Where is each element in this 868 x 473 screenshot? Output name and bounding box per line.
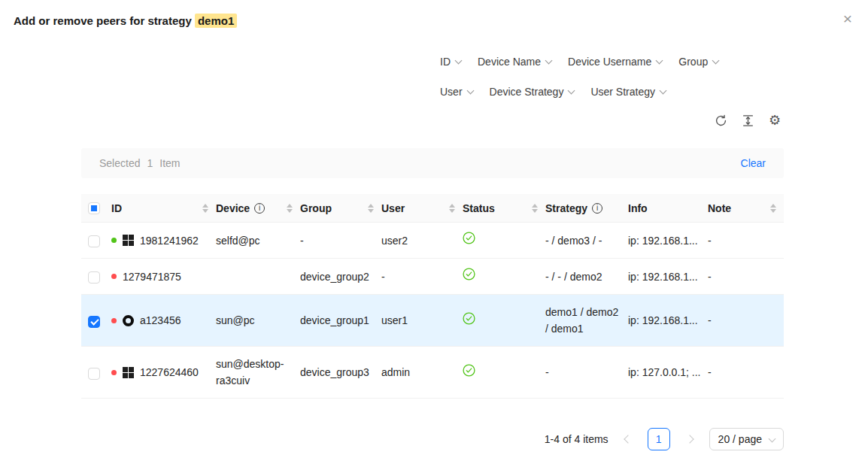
- filter-user-strategy[interactable]: User Strategy: [590, 86, 666, 98]
- filter-label: Device Strategy: [490, 86, 564, 98]
- chevron-down-icon: [466, 86, 474, 94]
- header-label: Note: [708, 202, 731, 214]
- peer-id: 1279471875: [123, 268, 181, 285]
- row-height-icon[interactable]: [740, 112, 755, 129]
- filter-device-strategy[interactable]: Device Strategy: [490, 86, 575, 98]
- note-cell: -: [708, 259, 784, 295]
- filter-device-name[interactable]: Device Name: [478, 56, 551, 68]
- filter-label: Device Username: [568, 56, 651, 68]
- device-cell: sun@desktop-ra3cuiv: [216, 347, 300, 399]
- offline-status-dot: [111, 274, 117, 279]
- strategy-cell: - / demo3 / -: [545, 223, 628, 259]
- header-label: ID: [111, 202, 122, 214]
- prev-page-icon[interactable]: [618, 428, 638, 450]
- chevron-down-icon: [660, 86, 667, 94]
- chevron-down-icon: [769, 435, 776, 442]
- offline-status-dot: [111, 318, 117, 323]
- filter-row-1: ID Device Name Device Username Group: [440, 47, 718, 77]
- strategy-name-highlight: demo1: [195, 14, 237, 28]
- status-online-icon: [463, 268, 475, 280]
- table-row[interactable]: 1227624460 sun@desktop-ra3cuiv device_gr…: [81, 347, 784, 399]
- note-cell: -: [708, 295, 784, 347]
- info-cell: ip: 127.0.0.1; ...: [628, 347, 708, 399]
- header-device[interactable]: Device i: [216, 194, 300, 223]
- header-user[interactable]: User: [381, 194, 463, 223]
- settings-gear-icon[interactable]: ⚙: [767, 112, 782, 129]
- page-size-select[interactable]: 20 / page: [709, 428, 784, 450]
- table-row[interactable]: 1981241962 selfd@pc - user2 - / demo3 / …: [81, 223, 784, 259]
- user-cell: -: [381, 259, 463, 295]
- sort-icon[interactable]: [368, 204, 374, 213]
- filter-label: User Strategy: [590, 86, 655, 98]
- info-circle-icon[interactable]: i: [254, 203, 265, 214]
- filter-label: ID: [440, 56, 451, 68]
- refresh-icon[interactable]: [713, 112, 728, 129]
- strategy-cell: -: [545, 347, 628, 399]
- sort-icon[interactable]: [287, 204, 293, 213]
- pagination-total: 1-4 of 4 items: [545, 433, 609, 445]
- header-note[interactable]: Note: [708, 194, 784, 223]
- selection-unit: Item: [159, 157, 180, 169]
- header-label: Info: [628, 202, 648, 214]
- filter-panel: ID Device Name Device Username Group Use…: [440, 47, 718, 107]
- filter-label: User: [440, 86, 463, 98]
- header-status[interactable]: Status: [463, 194, 545, 223]
- select-all-checkbox[interactable]: [88, 202, 100, 214]
- page-size-value: 20 / page: [718, 433, 762, 445]
- user-cell: admin: [381, 347, 463, 399]
- status-online-icon: [463, 364, 475, 377]
- sort-icon[interactable]: [449, 204, 455, 213]
- chevron-down-icon: [568, 86, 575, 94]
- clear-selection-button[interactable]: Clear: [741, 157, 766, 169]
- chevron-down-icon: [455, 56, 463, 64]
- info-cell: ip: 192.168.1...: [628, 259, 708, 295]
- row-checkbox[interactable]: [88, 271, 100, 283]
- row-checkbox-checked[interactable]: [88, 316, 100, 328]
- user-cell: user2: [381, 223, 463, 259]
- strategy-cell: - / - / demo2: [545, 259, 628, 295]
- filter-id[interactable]: ID: [440, 56, 461, 68]
- close-icon[interactable]: ×: [838, 9, 857, 29]
- row-checkbox[interactable]: [88, 368, 100, 380]
- filter-user[interactable]: User: [440, 86, 473, 98]
- header-label: Strategy: [545, 202, 587, 214]
- device-cell: selfd@pc: [216, 223, 300, 259]
- group-cell: device_group2: [300, 259, 381, 295]
- info-cell: ip: 192.168.1...: [628, 223, 708, 259]
- info-cell: ip: 192.168.1...: [628, 295, 708, 347]
- header-id[interactable]: ID: [111, 194, 216, 223]
- table-toolbar: ⚙: [713, 112, 782, 129]
- sort-icon[interactable]: [770, 204, 776, 213]
- filter-row-2: User Device Strategy User Strategy: [440, 77, 718, 107]
- modal-title-text: Add or remove peers for strategy: [14, 14, 192, 27]
- group-cell: device_group1: [300, 295, 381, 347]
- note-cell: -: [708, 223, 784, 259]
- table-row[interactable]: 1279471875 device_group2 - - / - / demo2…: [81, 259, 784, 295]
- header-label: User: [381, 202, 405, 214]
- sort-icon[interactable]: [202, 204, 208, 213]
- chevron-down-icon: [656, 56, 663, 64]
- row-checkbox[interactable]: [88, 235, 100, 247]
- filter-device-username[interactable]: Device Username: [568, 56, 662, 68]
- header-group[interactable]: Group: [300, 194, 381, 223]
- note-cell: -: [708, 347, 784, 399]
- table-row-selected[interactable]: a123456 sun@pc device_group1 user1 demo1…: [81, 295, 784, 347]
- windows-os-icon: [123, 235, 134, 246]
- selection-bar: Selected 1 Item Clear: [81, 148, 784, 178]
- status-online-icon: [463, 312, 475, 325]
- info-circle-icon[interactable]: i: [592, 203, 602, 214]
- next-page-icon[interactable]: [680, 428, 700, 450]
- header-label: Device: [216, 202, 250, 214]
- selection-info: Selected 1 Item: [99, 157, 181, 169]
- peer-id: 1227624460: [140, 364, 199, 381]
- filter-group[interactable]: Group: [678, 56, 718, 68]
- chevron-down-icon: [545, 56, 553, 64]
- page-number-1[interactable]: 1: [648, 428, 670, 450]
- sort-icon[interactable]: [532, 204, 538, 213]
- header-info: Info: [628, 194, 708, 223]
- pagination: 1-4 of 4 items 1 20 / page: [545, 428, 784, 450]
- device-cell: [216, 259, 300, 295]
- peer-id: a123456: [140, 312, 181, 329]
- selection-prefix: Selected: [99, 157, 140, 169]
- strategy-cell: demo1 / demo2 / demo1: [545, 295, 628, 347]
